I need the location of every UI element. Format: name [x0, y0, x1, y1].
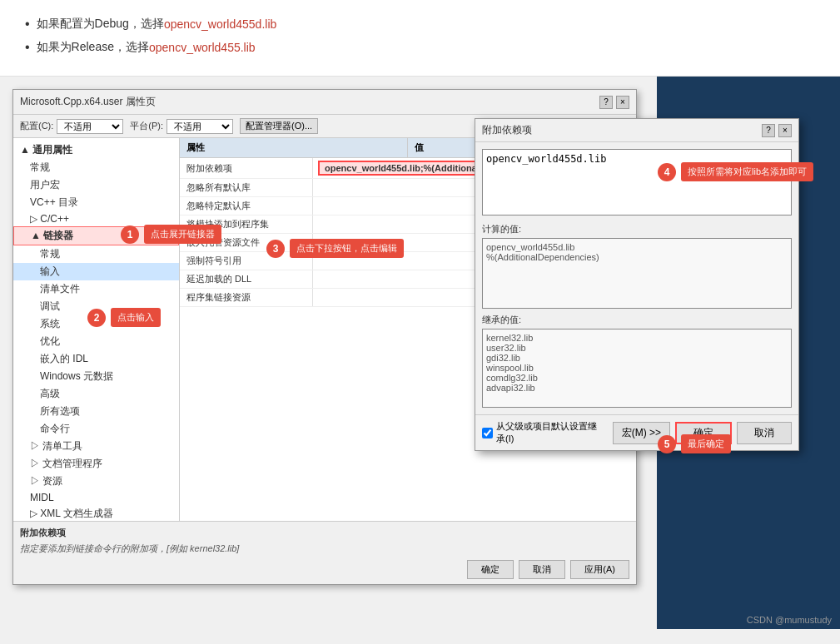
bottom-label: 附加依赖项 — [20, 527, 629, 539]
col-property: 属性 — [180, 138, 408, 157]
annotation-box-4: 按照所需将对应lib名添加即可 — [681, 162, 813, 181]
add-dep-body: opencv_world455d.lib 计算的值: opencv_world4… — [475, 142, 798, 414]
inherited-value: winspool.lib — [486, 363, 788, 373]
bullet-item-2: 如果为Release，选择 opencv_world455.lib — [25, 40, 815, 55]
computed-value-2: %(AdditionalDependencies) — [486, 252, 788, 262]
platform-group: 平台(P): 不适用 — [130, 119, 233, 134]
tree-item[interactable]: 优化 — [13, 333, 179, 350]
annotation-circle-3: 3 — [266, 240, 285, 258]
inherited-value: gdi32.lib — [486, 353, 788, 363]
annotation-1: 1 点击展开链接器 — [121, 225, 221, 244]
add-dep-close-btn[interactable]: × — [778, 124, 792, 137]
config-mgr-btn[interactable]: 配置管理器(O)... — [240, 118, 318, 134]
add-dep-footer: 从父级或项目默认设置继承(I) 宏(M) >> 确定 取消 — [475, 414, 798, 450]
props-titlebar: Microsoft.Cpp.x64.user 属性页 ? × — [13, 90, 636, 115]
content-key: 附加依赖项 — [180, 158, 313, 178]
tree-item[interactable]: 用户宏 — [13, 176, 179, 194]
props-bottom: 附加依赖项 指定要添加到链接命令行的附加项，[例如 kernel32.lib] … — [13, 521, 636, 584]
ok-btn[interactable]: 确定 — [467, 560, 514, 579]
tree-item[interactable]: ▲ 通用属性 — [13, 141, 179, 159]
add-dep-title: 附加依赖项 — [482, 123, 532, 137]
tree-item[interactable]: 所有选项 — [13, 403, 179, 420]
tree-item[interactable]: ▷ 清单工具 — [13, 438, 179, 455]
tree-item[interactable]: MIDL — [13, 490, 179, 505]
annotation-5: 5 最后确定 — [658, 434, 731, 453]
computed-values: opencv_world455d.lib %(AdditionalDepende… — [482, 238, 792, 309]
inherit-label: 从父级或项目默认设置继承(I) — [496, 420, 606, 445]
inherited-value: advapi32.lib — [486, 383, 788, 393]
props-question-btn[interactable]: ? — [599, 96, 613, 109]
inherited-label: 继承的值: — [482, 314, 792, 326]
annotation-circle-5: 5 — [658, 435, 676, 453]
annotation-box-2: 点击输入 — [111, 308, 161, 327]
computed-label: 计算的值: — [482, 223, 792, 235]
content-key: 忽略特定默认库 — [180, 197, 313, 215]
bullet2-prefix: 如果为Release，选择 — [37, 40, 149, 55]
computed-value-1: opencv_world455d.lib — [486, 242, 788, 252]
annotation-circle-1: 1 — [121, 225, 139, 244]
inherited-value: user32.lib — [486, 343, 788, 353]
tree-item[interactable]: 输入 — [13, 263, 179, 280]
tree-panel: ▲ 通用属性常规用户宏VC++ 目录▷ C/C++▲ 链接器常规输入清单文件调试… — [13, 138, 180, 521]
content-key: 程序集链接资源 — [180, 289, 313, 306]
content-key: 延迟加载的 DLL — [180, 270, 313, 288]
top-content: 如果配置为Debug，选择 opencv_world455d.lib 如果为Re… — [0, 0, 840, 77]
props-dialog-controls: ? × — [599, 96, 629, 109]
tree-item[interactable]: 常规 — [13, 159, 179, 176]
tree-item[interactable]: 命令行 — [13, 420, 179, 438]
annotation-3: 3 点击下拉按钮，点击编辑 — [266, 239, 404, 258]
inherit-checkbox-group: 从父级或项目默认设置继承(I) — [482, 420, 606, 445]
main-area: Microsoft.Cpp.x64.user 属性页 ? × 配置(C): 不适… — [0, 77, 840, 629]
add-dep-titlebar: 附加依赖项 ? × — [475, 119, 798, 142]
content-key: 忽略所有默认库 — [180, 179, 313, 196]
tree-item[interactable]: VC++ 目录 — [13, 194, 179, 211]
bottom-description: 指定要添加到链接命令行的附加项，[例如 kernel32.lib] — [20, 542, 629, 555]
annotation-2: 2 点击输入 — [87, 308, 161, 327]
config-group: 配置(C): 不适用 — [20, 119, 123, 134]
apply-btn[interactable]: 应用(A) — [570, 560, 629, 579]
inherited-value: comdlg32.lib — [486, 373, 788, 383]
config-select[interactable]: 不适用 — [57, 119, 123, 134]
tree-item[interactable]: 高级 — [13, 385, 179, 403]
tree-item[interactable]: 嵌入的 IDL — [13, 350, 179, 368]
platform-select[interactable]: 不适用 — [167, 119, 233, 134]
annotation-circle-4: 4 — [658, 163, 676, 181]
platform-label: 平台(P): — [130, 120, 163, 132]
tree-item[interactable]: Windows 元数据 — [13, 368, 179, 385]
config-label: 配置(C): — [20, 120, 53, 132]
dialog-action-row: 确定 取消 应用(A) — [20, 560, 629, 579]
add-dep-cancel-btn[interactable]: 取消 — [737, 422, 792, 444]
bullet1-highlight: opencv_world455d.lib — [164, 17, 276, 31]
annotation-box-5: 最后确定 — [681, 434, 731, 453]
bullet-item-1: 如果配置为Debug，选择 opencv_world455d.lib — [25, 17, 815, 32]
inherited-value: kernel32.lib — [486, 333, 788, 343]
annotation-box-3: 点击下拉按钮，点击编辑 — [290, 239, 404, 258]
tree-item[interactable]: ▷ XML 文档生成器 — [13, 505, 179, 521]
tree-item[interactable]: ▷ 文档管理程序 — [13, 455, 179, 473]
add-dep-input[interactable]: opencv_world455d.lib — [482, 149, 792, 215]
tree-item[interactable]: 清单文件 — [13, 280, 179, 298]
watermark: CSDN @mumustudy — [747, 615, 832, 625]
add-dep-question-btn[interactable]: ? — [762, 124, 775, 137]
props-close-btn[interactable]: × — [616, 96, 629, 109]
annotation-4: 4 按照所需将对应lib名添加即可 — [658, 162, 813, 181]
inherit-checkbox[interactable] — [482, 428, 493, 438]
tree-item[interactable]: 常规 — [13, 245, 179, 263]
cancel-btn[interactable]: 取消 — [519, 560, 565, 579]
annotation-box-1: 点击展开链接器 — [144, 225, 221, 244]
bullet2-highlight: opencv_world455.lib — [149, 41, 256, 54]
annotation-circle-2: 2 — [87, 309, 106, 327]
props-title: Microsoft.Cpp.x64.user 属性页 — [20, 95, 156, 109]
tree-item[interactable]: ▷ 资源 — [13, 473, 179, 490]
bullet1-prefix: 如果配置为Debug，选择 — [37, 17, 164, 32]
bottom-section-label: 附加依赖项 — [20, 528, 66, 537]
inherited-values: kernel32.libuser32.libgdi32.libwinspool.… — [482, 329, 792, 408]
